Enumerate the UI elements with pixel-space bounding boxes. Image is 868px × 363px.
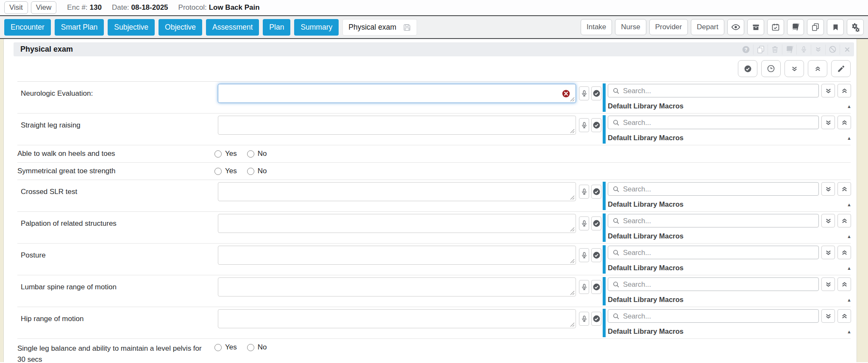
header-help-button[interactable]: ? bbox=[739, 44, 753, 55]
dictate-button[interactable] bbox=[579, 216, 589, 230]
dictate-button[interactable] bbox=[579, 280, 589, 294]
macro-collapse-button[interactable] bbox=[837, 246, 851, 259]
confirm-button[interactable] bbox=[591, 185, 601, 199]
macro-search-input[interactable] bbox=[623, 87, 814, 95]
macro-expand-button[interactable] bbox=[821, 246, 835, 259]
header-book-button[interactable] bbox=[782, 44, 796, 55]
field-textarea[interactable] bbox=[218, 84, 576, 103]
resize-handle-icon[interactable] bbox=[570, 227, 575, 232]
field-textarea[interactable] bbox=[218, 214, 576, 233]
resize-handle-icon[interactable] bbox=[570, 97, 575, 102]
confirm-button[interactable] bbox=[591, 86, 601, 100]
macro-search-input[interactable] bbox=[623, 119, 814, 127]
macro-search-input[interactable] bbox=[623, 185, 814, 193]
field-textarea[interactable] bbox=[218, 246, 576, 265]
dictate-button[interactable] bbox=[579, 118, 589, 132]
macro-collapse-button[interactable] bbox=[837, 277, 851, 291]
header-close-button[interactable] bbox=[840, 44, 854, 55]
macro-section-toggle-icon[interactable]: ▲ bbox=[847, 136, 851, 141]
radio-no[interactable] bbox=[247, 168, 254, 175]
tab-smart-plan[interactable]: Smart Plan bbox=[55, 19, 104, 36]
macro-collapse-button[interactable] bbox=[837, 214, 851, 227]
intake-button[interactable]: Intake bbox=[581, 19, 612, 35]
radio-no[interactable] bbox=[247, 150, 254, 158]
macro-section-toggle-icon[interactable]: ▲ bbox=[847, 329, 851, 334]
tab-assessment[interactable]: Assessment bbox=[206, 19, 259, 36]
resize-handle-icon[interactable] bbox=[570, 129, 575, 133]
gears-button[interactable] bbox=[847, 19, 864, 35]
tab-subjective[interactable]: Subjective bbox=[108, 19, 155, 36]
nurse-button[interactable]: Nurse bbox=[615, 19, 646, 35]
macro-search-input[interactable] bbox=[623, 280, 814, 288]
macro-section-toggle-icon[interactable]: ▲ bbox=[847, 202, 851, 207]
header-ban-button[interactable] bbox=[825, 44, 840, 55]
clear-icon[interactable] bbox=[562, 89, 570, 98]
depart-button[interactable]: Depart bbox=[691, 19, 724, 35]
chevrons-down-action-button[interactable] bbox=[785, 60, 804, 77]
pencil-action-button[interactable] bbox=[831, 60, 851, 77]
macro-section-toggle-icon[interactable]: ▲ bbox=[847, 234, 851, 239]
chevrons-up-action-button[interactable] bbox=[808, 60, 827, 77]
macro-expand-button[interactable] bbox=[821, 84, 835, 97]
macro-search-input[interactable] bbox=[623, 249, 814, 257]
radio-no[interactable] bbox=[247, 344, 254, 351]
dictate-button[interactable] bbox=[579, 248, 589, 262]
radio-yes[interactable] bbox=[214, 168, 222, 175]
macro-collapse-button[interactable] bbox=[837, 84, 851, 97]
calendar-check-button[interactable] bbox=[767, 19, 784, 35]
radio-yes[interactable] bbox=[214, 150, 222, 158]
copy-button[interactable] bbox=[807, 19, 824, 35]
bookmark-button[interactable] bbox=[827, 19, 844, 35]
header-mic-button[interactable] bbox=[796, 44, 811, 55]
clock-action-button[interactable] bbox=[761, 60, 781, 77]
macro-expand-button[interactable] bbox=[821, 182, 835, 196]
dictate-button[interactable] bbox=[579, 185, 589, 199]
macro-expand-button[interactable] bbox=[821, 214, 835, 227]
macro-collapse-button[interactable] bbox=[837, 309, 851, 323]
dictate-button[interactable] bbox=[579, 312, 589, 326]
macro-section-toggle-icon[interactable]: ▲ bbox=[847, 297, 851, 302]
view-button[interactable]: View bbox=[31, 1, 57, 14]
resize-handle-icon[interactable] bbox=[570, 195, 575, 200]
confirm-button[interactable] bbox=[591, 118, 601, 132]
macro-search-input[interactable] bbox=[623, 217, 814, 225]
confirm-button[interactable] bbox=[591, 312, 601, 326]
macro-collapse-button[interactable] bbox=[837, 116, 851, 129]
visit-button[interactable]: Visit bbox=[4, 1, 28, 14]
field-textarea[interactable] bbox=[218, 182, 576, 201]
header-trash-button[interactable] bbox=[768, 44, 782, 55]
provider-button[interactable]: Provider bbox=[649, 19, 688, 35]
resize-handle-icon[interactable] bbox=[570, 291, 575, 295]
macro-toolbar bbox=[608, 214, 851, 227]
macro-expand-button[interactable] bbox=[821, 277, 835, 291]
macro-section-toggle-icon[interactable]: ▲ bbox=[847, 266, 851, 271]
field-textarea[interactable] bbox=[218, 309, 576, 328]
macro-expand-button[interactable] bbox=[821, 116, 835, 129]
macro-section-toggle-icon[interactable]: ▲ bbox=[847, 104, 851, 109]
dictate-button[interactable] bbox=[579, 86, 589, 100]
tab-physical-exam-active[interactable]: Physical exam bbox=[342, 19, 417, 36]
tab-encounter[interactable]: Encounter bbox=[4, 19, 51, 36]
macro-search-input[interactable] bbox=[623, 312, 814, 320]
resize-handle-icon[interactable] bbox=[570, 322, 575, 327]
macro-expand-button[interactable] bbox=[821, 309, 835, 323]
confirm-button[interactable] bbox=[591, 280, 601, 294]
confirm-button[interactable] bbox=[591, 216, 601, 230]
tab-plan[interactable]: Plan bbox=[263, 19, 290, 36]
book-button[interactable] bbox=[787, 19, 804, 35]
eye-button[interactable] bbox=[727, 19, 744, 35]
macro-collapse-button[interactable] bbox=[837, 182, 851, 196]
resize-handle-icon[interactable] bbox=[570, 259, 575, 263]
header-copy-button[interactable] bbox=[753, 44, 768, 55]
tab-summary[interactable]: Summary bbox=[294, 19, 339, 36]
date-label: Date: bbox=[112, 3, 129, 11]
tab-objective[interactable]: Objective bbox=[159, 19, 202, 36]
macro-section-label: Default Library Macros bbox=[608, 264, 684, 272]
field-textarea[interactable] bbox=[218, 277, 576, 296]
archive-button[interactable] bbox=[747, 19, 764, 35]
radio-yes[interactable] bbox=[214, 344, 222, 351]
field-textarea[interactable] bbox=[218, 116, 576, 135]
header-chevrons-down-button[interactable] bbox=[811, 44, 825, 55]
confirm-button[interactable] bbox=[591, 248, 601, 262]
check-circle-action-button[interactable] bbox=[738, 60, 757, 77]
